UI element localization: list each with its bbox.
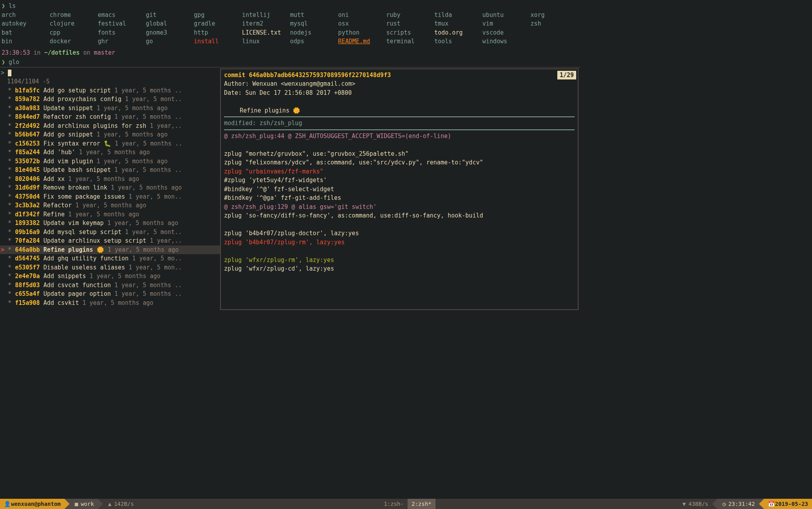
ls-entry: tools [434, 37, 482, 46]
commit-list-item[interactable]: * 535072b Add vim plugin 1 year, 5 month… [0, 157, 220, 166]
commit-list-item[interactable]: * b56b647 Add go snippet 1 year, 5 month… [0, 130, 220, 139]
divider [224, 129, 575, 130]
diff-line: zplug 'b4b4r07/zplug-doctor', lazy:yes [224, 229, 575, 238]
ls-entry: iterm2 [242, 19, 290, 28]
commit-list-item[interactable]: * 81e4045 Update bash snippet 1 year, 5 … [0, 166, 220, 175]
diff-line: zplug "felixonmars/ydcv", as:command, us… [224, 158, 575, 167]
commit-list-item[interactable]: * 31d6d9f Remove broken link 1 year, 5 m… [0, 183, 220, 192]
prompt-path: ~/dotfiles [44, 49, 79, 56]
ls-entry: terminal [386, 37, 434, 46]
commit-list-item[interactable]: * 3c3b3a2 Refactor 1 year, 5 months ago [0, 201, 220, 210]
ls-entry: festival [98, 19, 146, 28]
ls-entry: odps [290, 37, 338, 46]
ls-entry: linux [242, 37, 290, 46]
diff-line: zplug 'wfxr/zplug-rm', lazy:yes [224, 256, 575, 265]
ls-entry: mysql [290, 19, 338, 28]
fzf-list-pane[interactable]: > 1104/1104 -S * b1fa5fc Add go setup sc… [0, 68, 220, 312]
preview-position-badge: 1/29 [557, 71, 576, 80]
commit-list-item[interactable]: * a30a983 Update snippet 1 year, 5 month… [0, 104, 220, 113]
ls-entry: gpg [194, 11, 242, 20]
commit-list-item[interactable]: * c156253 Fix syntax error 🐛 1 year, 5 m… [0, 139, 220, 148]
prompt-symbol-icon: ❯ [2, 2, 9, 9]
commit-list-item[interactable]: * f15a908 Add csvkit 1 year, 5 months ag… [0, 299, 220, 308]
diff-line: zplug 'wfxr/zplug-cd', lazy:yes [224, 264, 575, 273]
commit-list-item[interactable]: * 8020406 Add xx 1 year, 5 months ago [0, 175, 220, 184]
git-branch: master [94, 49, 115, 56]
commit-list-item[interactable]: * 859a782 Add proxychains config 1 year,… [0, 95, 220, 104]
cursor-icon [8, 70, 11, 76]
ls-entry: intellij [242, 11, 290, 20]
ls-entry: cpp [50, 28, 97, 37]
commit-date: Date: Sun Dec 17 21:56:08 2017 +0800 [224, 89, 575, 98]
ls-entry: install [194, 37, 242, 46]
ls-entry: docker [50, 37, 97, 46]
ls-entry: git [146, 11, 194, 20]
ls-entry: vscode [482, 28, 530, 37]
ls-entry: go [146, 37, 194, 46]
ls-entry: ruby [386, 11, 434, 20]
commit-message: Refine plugins 🌼 [224, 106, 575, 115]
fzf-search-input[interactable]: > [0, 68, 220, 77]
ls-entry: tmux [434, 19, 482, 28]
commit-list-item[interactable]: * d564745 Add ghq utility function 1 yea… [0, 254, 220, 263]
ls-command-line: ❯ ls [2, 2, 579, 11]
ls-entry: clojure [50, 19, 97, 28]
commit-list-item[interactable]: * f85a244 Add 'hub' 1 year, 5 months ago [0, 148, 220, 157]
commit-list-item[interactable]: * 2f2d492 Add archlinux plugins for zsh … [0, 122, 220, 131]
diff-line [224, 247, 575, 256]
diff-line: #zplug 'ytet5uy4/fzf-widgets' [224, 176, 575, 185]
commit-list-item[interactable]: * 2e4e70a Add snippets 1 year, 5 months … [0, 272, 220, 281]
commit-list-item[interactable]: * 8844ed7 Refactor zsh config 1 year, 5 … [0, 112, 220, 122]
ls-entry: README.md [338, 37, 386, 46]
ls-entry: fonts [98, 28, 146, 37]
glo-command-line: ❯ glo [2, 58, 579, 67]
ls-entry: gradle [194, 19, 242, 28]
commit-list-item[interactable]: * b1fa5fc Add go setup script 1 year, 5 … [0, 86, 220, 95]
ls-entry: bin [2, 37, 50, 46]
commit-list-item[interactable]: * 1893382 Update vim keymap 1 year, 5 mo… [0, 219, 220, 228]
ls-entry: rust [386, 19, 434, 28]
ls-entry: ghr [98, 37, 146, 46]
commit-list-item[interactable]: * 70fa284 Update archlinux setup script … [0, 236, 220, 245]
fzf-match-count: 1104/1104 -S [0, 77, 220, 86]
ls-entry: xorg [531, 11, 579, 20]
diff-line [224, 220, 575, 229]
ls-entry: zsh [531, 19, 579, 28]
ls-entry: http [194, 28, 242, 37]
ls-entry: nodejs [290, 28, 338, 37]
ls-entry: emacs [98, 11, 146, 20]
ls-entry: tilda [434, 11, 482, 20]
diff-line: #bindkey '^@ga' fzf-git-add-files [224, 194, 575, 203]
ls-entry: python [338, 28, 386, 37]
ls-command: ls [9, 2, 16, 9]
commit-list-item[interactable]: * c655a4f Update pager option 1 year, 5 … [0, 290, 220, 299]
diff-line: #bindkey '^@' fzf-select-widget [224, 185, 575, 194]
ls-entry: vim [482, 19, 530, 28]
fzf-preview-pane[interactable]: 1/29 commit 646a0bb7adb66432575937089596… [220, 68, 579, 310]
commit-author: Author: Wenxuan <wenxuangm@gmail.com> [224, 79, 575, 89]
commit-hash: 646a0bb7adb66432575937089596f2270148d9f3 [249, 72, 391, 79]
diff-line: @ zsh/zsh_plug:129 @ alias gsw='git swit… [224, 203, 575, 212]
glo-command: glo [9, 59, 19, 66]
commit-list-item[interactable]: * 88f5d03 Add csvcat function 1 year, 5 … [0, 281, 220, 290]
commit-list-item[interactable]: * e5305f7 Disable useless aliases 1 year… [0, 263, 220, 272]
commit-list-item[interactable]: * 43750d4 Fix some package issues 1 year… [0, 192, 220, 201]
ls-entry: arch [2, 11, 50, 20]
commit-list-item[interactable]: * d1f342f Refine 1 year, 5 months ago [0, 210, 220, 219]
ls-entry: autokey [2, 19, 50, 28]
diff-line: zplug "urbainvaes/fzf-marks" [224, 167, 575, 176]
diff-line: zplug "morhetz/gruvbox", use:"gruvbox_25… [224, 149, 575, 159]
commit-header: commit 646a0bb7adb66432575937089596f2270… [224, 71, 575, 80]
ls-entry: scripts [386, 28, 434, 37]
diff-line: zplug 'so-fancy/diff-so-fancy', as:comma… [224, 211, 575, 220]
ls-entry: bat [2, 28, 50, 37]
ls-entry: windows [482, 37, 530, 46]
ls-output: archautokeybatbinchromeclojurecppdockere… [2, 11, 579, 48]
prompt-time: 23:30:53 [2, 49, 30, 56]
commit-list-item[interactable]: > * 646a0bb Refine plugins 🌼 1 year, 5 m… [0, 245, 220, 254]
diff-line: zplug 'b4b4r07/zplug-rm', lazy:yes [224, 238, 575, 247]
ls-entry: LICENSE.txt [242, 28, 290, 37]
commit-list-item[interactable]: * 09b16a9 Add mysql setup script 1 year,… [0, 228, 220, 237]
diff-hunk-header: @ zsh/zsh_plug:44 @ ZSH_AUTOSUGGEST_ACCE… [224, 132, 575, 141]
ls-entry: ubuntu [482, 11, 530, 20]
